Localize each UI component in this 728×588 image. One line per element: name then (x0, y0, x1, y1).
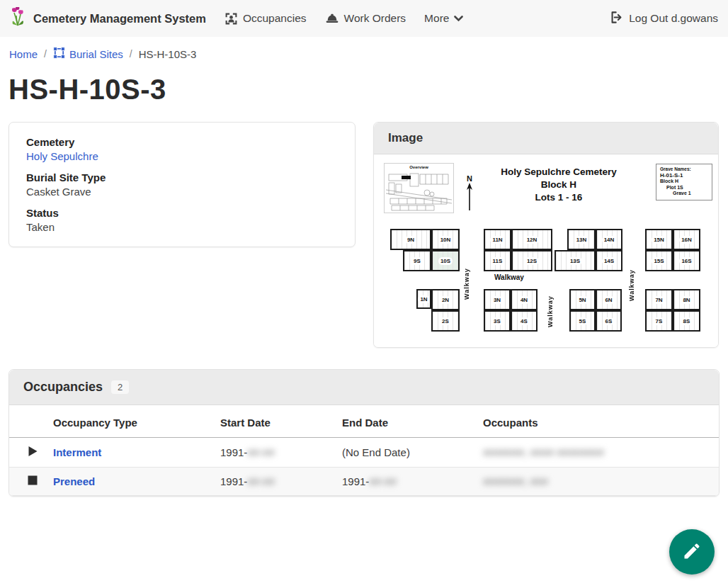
column-start-date: Start Date (220, 405, 342, 438)
pencil-icon (682, 541, 702, 563)
nav-links: Occupancies Work Orders More (224, 12, 464, 26)
map-lot-13s: 13S (554, 250, 596, 271)
redacted-date: ##-## (369, 475, 396, 487)
occupancies-card: Occupancies 2 Occupancy Type Start Date … (8, 369, 720, 497)
map-lot-16n: 16N (673, 229, 700, 250)
page-title: HS-H-10S-3 (8, 71, 728, 108)
map-lot-15s: 15S (645, 250, 673, 271)
map-lot-12n: 12N (511, 229, 552, 250)
logout-label: Log Out d.gowans (629, 12, 718, 25)
breadcrumb-current: HS-H-10S-3 (139, 48, 197, 60)
map-lot-8n: 8N (673, 289, 700, 310)
tulip-logo-icon (10, 7, 27, 30)
map-lot-5n: 5N (569, 289, 596, 310)
occupancy-type-link[interactable]: Preneed (53, 475, 95, 487)
grave-names-legend: Grave Names: H-01-S-1 Block H Plot 1S Gr… (656, 164, 712, 200)
map-lot-7n: 7N (645, 289, 673, 310)
cemetery-map-image[interactable]: Overview N (374, 154, 718, 347)
redacted-occupants: #######, ### (483, 475, 548, 487)
map-lot-3n: 3N (484, 289, 511, 310)
map-lot-14n: 14N (596, 229, 622, 250)
map-title: Holy Sepulchre Cemetery Block H Lots 1 -… (484, 166, 633, 204)
walkway-label: Walkway (494, 273, 538, 281)
redacted-date: ##-## (247, 475, 274, 487)
nav-item-more[interactable]: More (424, 12, 463, 25)
column-occupants: Occupants (483, 405, 719, 438)
nav-item-occupancies[interactable]: Occupancies (224, 12, 307, 26)
status-value: Taken (26, 221, 338, 233)
map-lot-3s: 3S (484, 310, 511, 332)
north-compass: N (465, 174, 474, 214)
field-value: Casket Grave (26, 186, 338, 198)
field-cemetery: Cemetery Holy Sepulchre (26, 136, 338, 162)
walkway-label: Walkway (628, 266, 635, 301)
occupancies-count-badge: 2 (111, 380, 129, 394)
walkway-label: Walkway (463, 264, 470, 300)
breadcrumb-separator: / (130, 48, 132, 60)
cemetery-link[interactable]: Holy Sepulchre (26, 150, 98, 162)
map-lot-6s: 6S (596, 310, 622, 332)
map-lot-2s: 2S (431, 310, 460, 332)
occupancy-type-link[interactable]: Interment (53, 446, 101, 458)
image-card-header: Image (374, 123, 718, 154)
logout-button[interactable]: Log Out d.gowans (610, 11, 718, 27)
table-header-row: Occupancy Type Start Date End Date Occup… (9, 405, 719, 438)
breadcrumb: Home / Burial Sites / HS-H-10S-3 (0, 37, 728, 61)
breadcrumb-label: Burial Sites (69, 48, 123, 60)
image-card-title: Image (388, 131, 423, 145)
map-lot-12s: 12S (511, 250, 552, 271)
field-burial-site-type: Burial Site Type Casket Grave (26, 171, 338, 198)
map-lot-8s: 8S (673, 310, 700, 332)
map-lot-9n: 9N (390, 229, 431, 250)
map-lot-15n: 15N (645, 229, 673, 250)
redacted-date: ##-## (247, 446, 274, 458)
breadcrumb-home[interactable]: Home (9, 48, 38, 60)
column-end-date: End Date (342, 405, 483, 438)
map-lot-9s: 9S (403, 250, 431, 271)
hard-hat-icon (325, 12, 339, 25)
breadcrumb-separator: / (44, 48, 47, 60)
field-label: Cemetery (26, 136, 338, 148)
map-lot-10s: 10S (431, 250, 460, 271)
column-occupancy-type: Occupancy Type (53, 405, 220, 438)
map-lot-11s: 11S (484, 250, 511, 271)
map-overview-inset: Overview (384, 163, 454, 213)
nav-label: Occupancies (243, 12, 307, 25)
stop-icon (28, 475, 38, 487)
map-overview-label: Overview (385, 165, 453, 169)
occupancies-table: Occupancy Type Start Date End Date Occup… (9, 405, 719, 496)
edit-button[interactable] (669, 529, 715, 575)
walkway-label: Walkway (547, 289, 554, 327)
image-card: Image Overview (373, 122, 719, 348)
play-icon (28, 447, 38, 459)
field-status: Status Taken (26, 207, 338, 233)
burial-site-details-card: Cemetery Holy Sepulchre Burial Site Type… (8, 122, 356, 247)
occupancies-title: Occupancies (23, 380, 103, 395)
map-lot-10n: 10N (431, 229, 460, 250)
map-lot-1n: 1N (416, 289, 431, 309)
nav-item-work-orders[interactable]: Work Orders (325, 12, 406, 25)
person-frame-icon (224, 12, 238, 26)
nav-label: More (424, 12, 449, 25)
top-navbar: Cemetery Management System Occupancies (0, 0, 728, 37)
cards-row: Cemetery Holy Sepulchre Burial Site Type… (8, 122, 720, 348)
map-lot-16s: 16S (673, 250, 700, 271)
map-lot-5s: 5S (569, 310, 596, 332)
occupancies-header: Occupancies 2 (9, 370, 719, 405)
field-label: Burial Site Type (26, 171, 338, 183)
logout-icon (610, 11, 623, 27)
burial-site-frame-icon (53, 47, 65, 61)
table-row: Interment 1991-##-## (No End Date) #####… (9, 438, 719, 468)
redacted-occupants: #######, #### ######## (483, 446, 604, 458)
table-row: Preneed 1991-##-## 1991-##-## #######, #… (9, 468, 719, 496)
map-lot-4n: 4N (511, 289, 538, 310)
map-lot-13n: 13N (567, 229, 596, 250)
chevron-down-icon (454, 16, 463, 22)
map-lot-6n: 6N (596, 289, 622, 310)
app-logo-brand[interactable]: Cemetery Management System (10, 7, 206, 30)
nav-label: Work Orders (344, 12, 406, 25)
breadcrumb-burial-sites[interactable]: Burial Sites (53, 47, 123, 61)
map-lot-2n: 2N (431, 289, 460, 310)
app-title: Cemetery Management System (33, 12, 206, 26)
field-label: Status (26, 207, 338, 219)
